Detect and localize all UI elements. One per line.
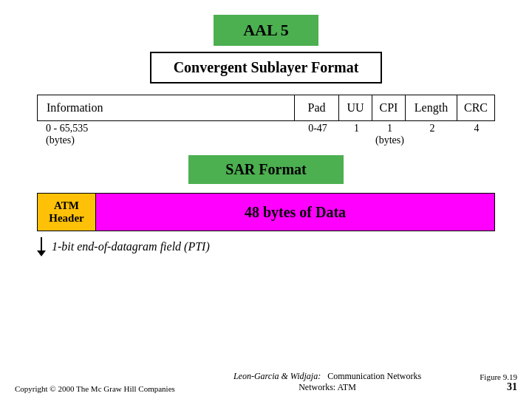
csf-info-header: Information <box>38 95 295 120</box>
footer-reference-italic: Leon-Garcia & Widjaja: <box>233 371 321 381</box>
sar-label-text: SAR Format <box>225 161 306 177</box>
csf-crc-header: CRC <box>457 95 494 120</box>
csf-pad-bytes: 0-47 <box>296 123 340 146</box>
footer-reference-main: Communication Networks <box>327 371 421 381</box>
footer: Copyright © 2000 The Mc Graw Hill Compan… <box>0 371 532 393</box>
csf-uu-header: UU <box>339 95 372 120</box>
arrow-head <box>37 250 46 256</box>
arrow-line <box>41 237 42 250</box>
footer-copyright: Copyright © 2000 The Mc Graw Hill Compan… <box>15 384 175 393</box>
footer-figure-page: Figure 9.19 31 <box>480 372 517 393</box>
csf-uu-bytes: 1 <box>340 123 373 146</box>
pti-arrow <box>37 237 46 256</box>
footer-bottom-label: Networks: ATM <box>299 382 356 392</box>
csf-info-bytes: 0 - 65,535 (bytes) <box>37 123 296 146</box>
sar-label-box: SAR Format <box>188 155 343 184</box>
pti-text: 1-bit end-of-datagram field (PTI) <box>52 240 210 253</box>
atm-header-text: ATMHeader <box>49 200 83 225</box>
csf-header-row: Information Pad UU CPI Length CRC <box>37 95 495 121</box>
atm-data-row: ATMHeader 48 bytes of Data <box>37 193 495 231</box>
csf-cpi-header: CPI <box>372 95 406 120</box>
data-box: 48 bytes of Data <box>96 193 495 231</box>
csf-cpi-bytes: 1 (bytes) <box>373 123 406 146</box>
footer-figure: Figure 9.19 <box>480 372 517 381</box>
data-text: 48 bytes of Data <box>245 204 346 221</box>
csf-bytes-row: 0 - 65,535 (bytes) 0-47 1 1 (bytes) 2 4 <box>37 121 495 148</box>
title-text: AAL 5 <box>243 21 289 39</box>
csf-length-bytes: 2 <box>406 123 458 146</box>
csf-length-header: Length <box>406 95 457 120</box>
footer-page: 31 <box>480 381 517 393</box>
pti-row: 1-bit end-of-datagram field (PTI) <box>37 237 495 256</box>
title-box: AAL 5 <box>214 15 318 46</box>
subtitle-text: Convergent Sublayer Format <box>174 59 359 75</box>
atm-header-box: ATMHeader <box>37 193 96 231</box>
csf-pad-header: Pad <box>295 95 339 120</box>
csf-crc-bytes: 4 <box>458 123 495 146</box>
subtitle-box: Convergent Sublayer Format <box>150 52 383 83</box>
footer-reference: Leon-Garcia & Widjaja: Communication Net… <box>233 371 421 393</box>
csf-table: Information Pad UU CPI Length CRC 0 - 65… <box>37 95 495 148</box>
